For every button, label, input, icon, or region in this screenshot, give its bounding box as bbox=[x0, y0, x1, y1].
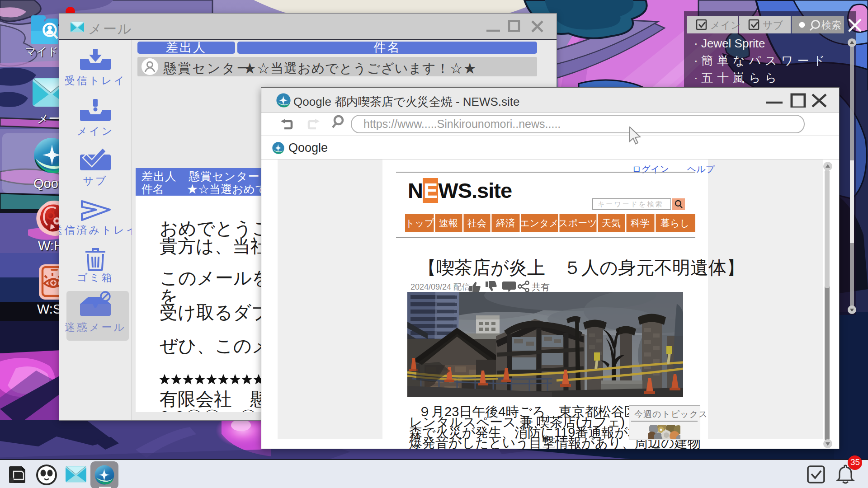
svg-text:ゴミ箱: ゴミ箱 bbox=[77, 272, 114, 283]
svg-text:受信トレイ: 受信トレイ bbox=[65, 75, 127, 86]
svg-text:送信済みトレイ: 送信済みトレイ bbox=[59, 224, 132, 236]
svg-text:メイン: メイン bbox=[77, 125, 114, 137]
svg-text:迷惑メール: 迷惑メール bbox=[65, 321, 126, 333]
svg-text:スポーツ: スポーツ bbox=[558, 218, 597, 228]
svg-text:サブ: サブ bbox=[83, 175, 108, 187]
svg-text:エンタメ: エンタメ bbox=[520, 218, 559, 228]
svg-text:科学: 科学 bbox=[631, 218, 650, 228]
svg-text:天気: 天気 bbox=[602, 218, 621, 228]
svg-text:トップ: トップ bbox=[405, 218, 434, 228]
svg-text:速報: 速報 bbox=[439, 218, 458, 228]
svg-text:サブ: サブ bbox=[763, 19, 783, 31]
svg-text:検索: 検索 bbox=[821, 19, 841, 31]
svg-text:経済: 経済 bbox=[496, 218, 515, 228]
svg-text:メイン: メイン bbox=[710, 19, 741, 31]
svg-text:社会: 社会 bbox=[467, 218, 486, 228]
svg-text:暮らし: 暮らし bbox=[660, 218, 689, 228]
svg-text:共有: 共有 bbox=[532, 282, 550, 292]
